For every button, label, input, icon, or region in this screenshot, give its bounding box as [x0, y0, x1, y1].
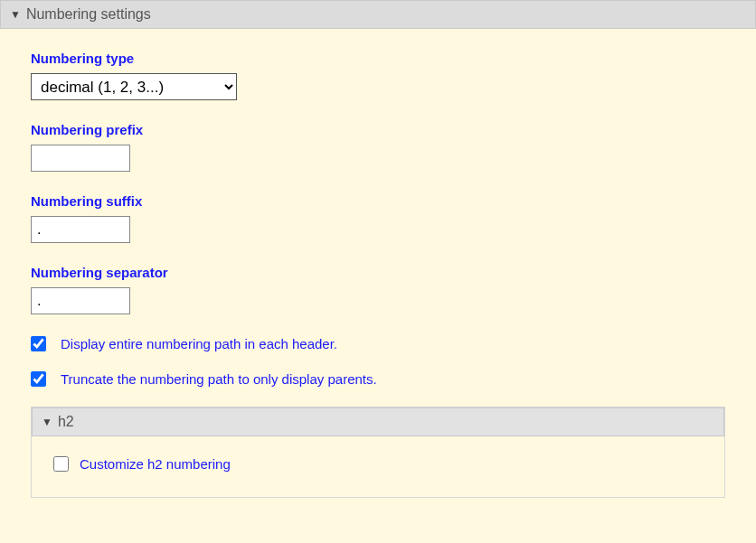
truncate-path-label[interactable]: Truncate the numbering path to only disp…	[61, 371, 377, 387]
section-title: Numbering settings	[26, 6, 151, 23]
h2-sub-panel: ▼ h2 Customize h2 numbering	[31, 407, 725, 498]
numbering-settings-header[interactable]: ▼ Numbering settings	[0, 0, 756, 29]
h2-title: h2	[58, 414, 74, 430]
numbering-separator-input[interactable]	[31, 287, 130, 314]
numbering-type-field: Numbering type decimal (1, 2, 3...)	[31, 51, 725, 100]
customize-h2-label[interactable]: Customize h2 numbering	[80, 456, 231, 472]
numbering-suffix-input[interactable]	[31, 216, 130, 243]
truncate-path-checkbox[interactable]	[31, 371, 46, 387]
numbering-separator-label: Numbering separator	[31, 265, 725, 280]
customize-h2-checkbox[interactable]	[53, 456, 69, 472]
h2-header[interactable]: ▼ h2	[32, 407, 724, 436]
numbering-prefix-input[interactable]	[31, 145, 130, 172]
display-path-checkbox[interactable]	[31, 336, 46, 351]
numbering-settings-content: Numbering type decimal (1, 2, 3...) Numb…	[0, 29, 756, 520]
h2-content: Customize h2 numbering	[32, 436, 724, 497]
display-path-row: Display entire numbering path in each he…	[31, 336, 725, 351]
customize-h2-row: Customize h2 numbering	[53, 456, 703, 472]
numbering-separator-field: Numbering separator	[31, 265, 725, 314]
numbering-prefix-field: Numbering prefix	[31, 122, 725, 172]
truncate-path-row: Truncate the numbering path to only disp…	[31, 371, 725, 387]
numbering-type-select[interactable]: decimal (1, 2, 3...)	[31, 73, 237, 100]
display-path-label[interactable]: Display entire numbering path in each he…	[61, 336, 337, 351]
numbering-type-label: Numbering type	[31, 51, 725, 66]
chevron-down-icon: ▼	[10, 8, 21, 21]
numbering-suffix-label: Numbering suffix	[31, 193, 725, 209]
numbering-suffix-field: Numbering suffix	[31, 193, 725, 243]
numbering-prefix-label: Numbering prefix	[31, 122, 725, 137]
chevron-down-icon: ▼	[42, 416, 52, 428]
